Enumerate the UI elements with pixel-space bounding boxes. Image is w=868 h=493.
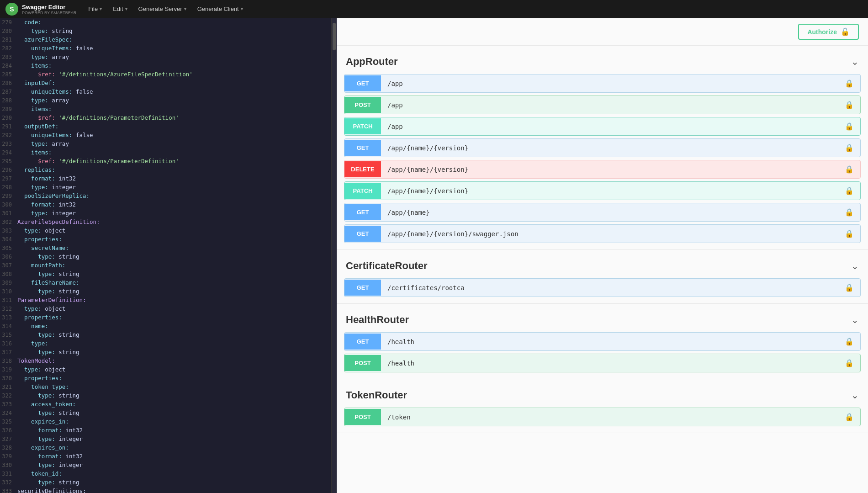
line-content: type: integer bbox=[17, 461, 83, 470]
line-number: 279 bbox=[0, 18, 17, 27]
code-line: 289 items: bbox=[0, 105, 331, 114]
line-content: type: integer bbox=[17, 183, 76, 192]
code-line: 324 type: string bbox=[0, 409, 331, 418]
section-header-tokenrouter[interactable]: TokenRouter⌄ bbox=[344, 383, 861, 408]
chevron-down-icon[interactable]: ⌄ bbox=[851, 56, 859, 67]
code-line: 328 expires_on: bbox=[0, 444, 331, 452]
route-row-get[interactable]: GET/app🔒 bbox=[344, 74, 861, 93]
line-number: 311 bbox=[0, 296, 17, 305]
code-line: 280 type: string bbox=[0, 27, 331, 36]
menu-generate-client[interactable]: Generate Client ▾ bbox=[193, 4, 248, 14]
menu-edit-arrow: ▾ bbox=[125, 6, 127, 11]
line-content: outputDef: bbox=[17, 122, 58, 131]
line-content: format: int32 bbox=[17, 201, 76, 209]
line-content: TokenModel: bbox=[17, 357, 55, 366]
route-path: /app bbox=[381, 97, 838, 113]
code-line: 296 replicas: bbox=[0, 166, 331, 175]
line-number: 281 bbox=[0, 36, 17, 44]
line-number: 327 bbox=[0, 435, 17, 444]
section-header-approuter[interactable]: AppRouter⌄ bbox=[344, 49, 861, 74]
route-row-patch[interactable]: PATCH/app🔒 bbox=[344, 117, 861, 136]
chevron-down-icon[interactable]: ⌄ bbox=[851, 390, 859, 401]
line-number: 330 bbox=[0, 461, 17, 470]
chevron-down-icon[interactable]: ⌄ bbox=[851, 260, 859, 271]
method-badge-patch: PATCH bbox=[344, 118, 381, 134]
code-line: 294 items: bbox=[0, 148, 331, 157]
code-line: 279 code: bbox=[0, 18, 331, 27]
code-line: 329 format: int32 bbox=[0, 452, 331, 461]
line-number: 321 bbox=[0, 383, 17, 392]
route-row-get[interactable]: GET/app/{name}🔒 bbox=[344, 203, 861, 222]
section-title-healthrouter: HealthRouter bbox=[346, 314, 409, 326]
lock-icon: 🔒 bbox=[838, 354, 860, 372]
code-line: 292 uniqueItems: false bbox=[0, 131, 331, 140]
code-line: 285 $ref: '#/definitions/AzureFileSpecDe… bbox=[0, 70, 331, 79]
route-row-patch[interactable]: PATCH/app/{name}/{version}🔒 bbox=[344, 181, 861, 200]
method-badge-post: POST bbox=[344, 355, 381, 371]
code-line: 295 $ref: '#/definitions/ParameterDefini… bbox=[0, 157, 331, 166]
line-number: 294 bbox=[0, 148, 17, 157]
line-content: ParameterDefinition: bbox=[17, 296, 86, 305]
logo-text-group: Swagger Editor POWERED BY SMARTBEAR bbox=[22, 3, 76, 15]
route-row-post[interactable]: POST/app🔒 bbox=[344, 95, 861, 114]
logo-icon: S bbox=[5, 3, 18, 16]
line-content: uniqueItems: false bbox=[17, 44, 93, 53]
line-number: 316 bbox=[0, 339, 17, 348]
topbar: S Swagger Editor POWERED BY SMARTBEAR Fi… bbox=[0, 0, 868, 18]
section-header-healthrouter[interactable]: HealthRouter⌄ bbox=[344, 307, 861, 332]
line-number: 286 bbox=[0, 79, 17, 88]
route-row-get[interactable]: GET/app/{name}/{version}/swagger.json🔒 bbox=[344, 224, 861, 243]
method-badge-get: GET bbox=[344, 140, 381, 156]
line-content: expires_in: bbox=[17, 418, 69, 426]
menu-generate-server[interactable]: Generate Server ▾ bbox=[134, 4, 191, 14]
authorize-label: Authorize bbox=[807, 28, 837, 36]
line-content: $ref: '#/definitions/ParameterDefinition… bbox=[17, 157, 179, 166]
code-lines: 279 code:280 type: string281 azureFileSp… bbox=[0, 18, 331, 493]
route-row-get[interactable]: GET/app/{name}/{version}🔒 bbox=[344, 138, 861, 157]
line-number: 315 bbox=[0, 331, 17, 339]
route-row-post[interactable]: POST/token🔒 bbox=[344, 408, 861, 426]
method-badge-get: GET bbox=[344, 280, 381, 296]
chevron-down-icon[interactable]: ⌄ bbox=[851, 314, 859, 325]
line-content: items: bbox=[17, 105, 52, 114]
line-content: properties: bbox=[17, 313, 62, 322]
line-number: 322 bbox=[0, 392, 17, 400]
code-line: 310 type: string bbox=[0, 287, 331, 296]
line-number: 320 bbox=[0, 374, 17, 383]
line-number: 282 bbox=[0, 44, 17, 53]
scroll-divider[interactable] bbox=[331, 18, 337, 493]
route-path: /health bbox=[381, 355, 838, 371]
line-content: azureFileSpec: bbox=[17, 36, 72, 44]
line-number: 289 bbox=[0, 105, 17, 114]
line-content: properties: bbox=[17, 235, 62, 244]
menu-edit[interactable]: Edit ▾ bbox=[108, 4, 132, 14]
code-line: 332 type: string bbox=[0, 478, 331, 487]
route-row-get[interactable]: GET/certificates/rootca🔒 bbox=[344, 278, 861, 297]
line-content: type: array bbox=[17, 96, 69, 105]
menu-file[interactable]: File ▾ bbox=[84, 4, 106, 14]
code-editor[interactable]: 279 code:280 type: string281 azureFileSp… bbox=[0, 18, 331, 493]
line-number: 328 bbox=[0, 444, 17, 452]
line-number: 308 bbox=[0, 270, 17, 279]
line-content: type: string bbox=[17, 392, 79, 400]
code-line: 319 type: object bbox=[0, 366, 331, 374]
lock-icon: 🔒 bbox=[838, 203, 860, 221]
code-line: 308 type: string bbox=[0, 270, 331, 279]
route-path: /app bbox=[381, 75, 838, 92]
code-line: 326 format: int32 bbox=[0, 426, 331, 435]
line-number: 326 bbox=[0, 426, 17, 435]
route-row-get[interactable]: GET/health🔒 bbox=[344, 332, 861, 351]
line-content: expires_on: bbox=[17, 444, 69, 452]
line-content: type: string bbox=[17, 478, 79, 487]
authorize-button[interactable]: Authorize 🔓 bbox=[798, 24, 859, 40]
line-number: 310 bbox=[0, 287, 17, 296]
section-header-certificaterouter[interactable]: CertificateRouter⌄ bbox=[344, 254, 861, 278]
line-number: 295 bbox=[0, 157, 17, 166]
swagger-panel[interactable]: Authorize 🔓 AppRouter⌄GET/app🔒POST/app🔒P… bbox=[337, 18, 868, 493]
code-line: 311ParameterDefinition: bbox=[0, 296, 331, 305]
section-title-certificaterouter: CertificateRouter bbox=[346, 260, 427, 272]
line-number: 284 bbox=[0, 62, 17, 70]
route-row-post[interactable]: POST/health🔒 bbox=[344, 354, 861, 372]
code-line: 281 azureFileSpec: bbox=[0, 36, 331, 44]
route-row-delete[interactable]: DELETE/app/{name}/{version}🔒 bbox=[344, 160, 861, 179]
